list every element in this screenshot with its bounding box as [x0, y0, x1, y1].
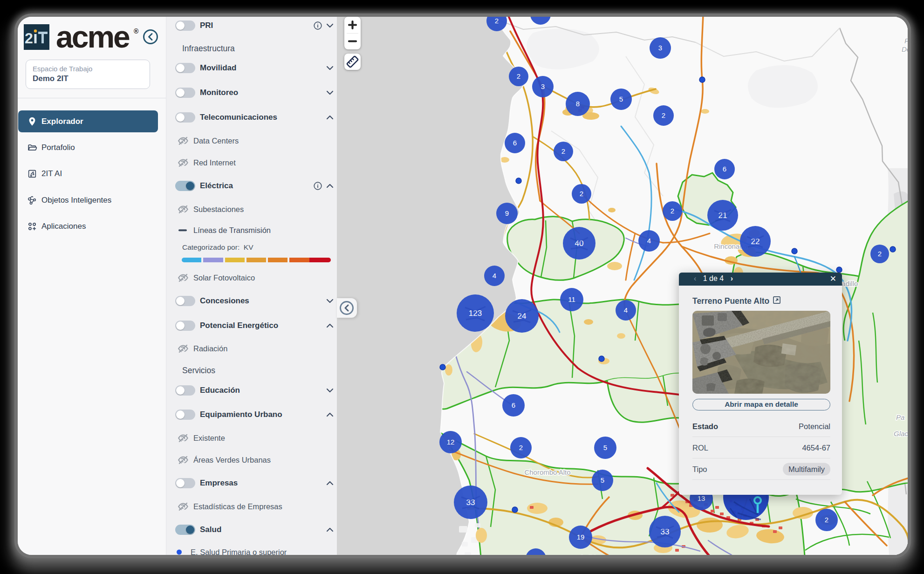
svg-text:De: De: [902, 45, 908, 53]
svg-text:Pa: Pa: [896, 413, 904, 421]
svg-text:2: 2: [561, 147, 565, 155]
svg-text:3: 3: [534, 554, 538, 555]
svg-text:12: 12: [447, 438, 455, 446]
svg-text:11: 11: [568, 295, 575, 303]
svg-text:2: 2: [662, 111, 665, 119]
svg-text:3: 3: [541, 82, 545, 90]
svg-text:Pabellón: Pabellón: [573, 554, 600, 555]
svg-text:4: 4: [493, 272, 496, 280]
svg-text:Glacia: Glacia: [894, 430, 908, 437]
svg-text:5: 5: [603, 444, 607, 451]
svg-text:2: 2: [517, 72, 520, 80]
svg-text:13: 13: [698, 494, 705, 502]
svg-text:ladillo: ladillo: [840, 280, 858, 287]
svg-text:2: 2: [825, 516, 828, 524]
svg-text:9: 9: [505, 209, 509, 217]
svg-text:6: 6: [513, 139, 517, 147]
svg-text:6: 6: [512, 401, 515, 409]
svg-text:5: 5: [601, 476, 604, 484]
svg-text:P: P: [904, 37, 908, 45]
svg-text:3: 3: [658, 44, 662, 52]
svg-text:2: 2: [878, 250, 882, 258]
svg-text:19: 19: [577, 533, 585, 541]
svg-text:3: 3: [539, 17, 542, 18]
svg-text:6: 6: [723, 165, 726, 173]
svg-text:5: 5: [619, 95, 623, 103]
svg-text:4: 4: [647, 237, 651, 245]
svg-text:2: 2: [580, 190, 583, 198]
svg-text:2: 2: [495, 17, 499, 25]
svg-text:Chorombo Alto: Chorombo Alto: [524, 468, 570, 476]
svg-text:4: 4: [624, 306, 628, 314]
svg-text:2: 2: [519, 444, 523, 451]
svg-text:8: 8: [576, 100, 580, 108]
svg-text:2: 2: [671, 207, 674, 215]
svg-text:2: 2: [25, 30, 33, 47]
